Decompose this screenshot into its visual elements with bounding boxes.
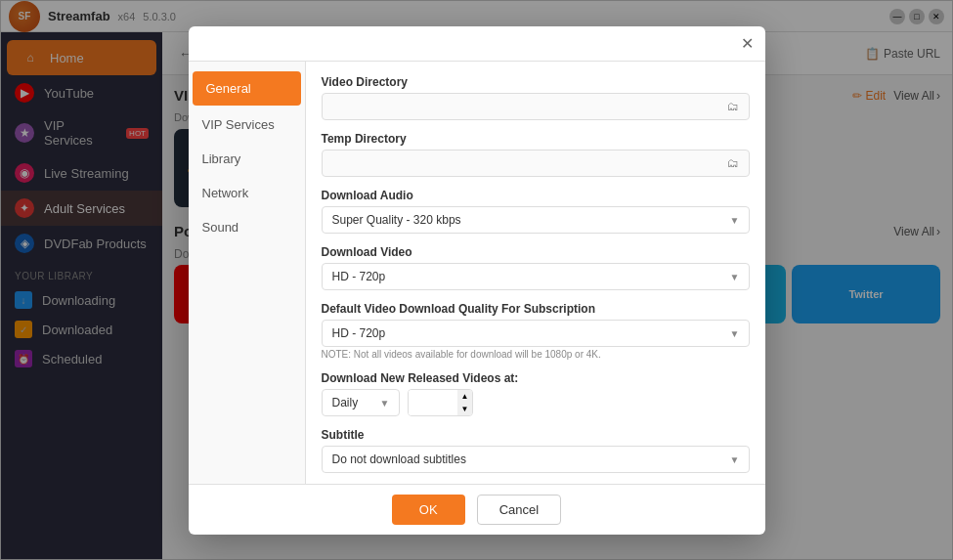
modal-nav-network[interactable]: Network xyxy=(189,176,305,210)
default-quality-select-wrapper: HD - 720p ▼ xyxy=(322,320,750,347)
download-audio-select[interactable]: Super Quality - 320 kbps xyxy=(322,206,750,234)
download-new-group: Download New Released Videos at: Daily ▼… xyxy=(322,371,750,416)
modal-nav-vip[interactable]: VIP Services xyxy=(189,108,305,142)
settings-modal: ✕ General VIP Services Library Network S… xyxy=(189,26,765,535)
subtitle-label: Subtitle xyxy=(322,428,750,442)
cancel-button[interactable]: Cancel xyxy=(477,495,561,525)
modal-overlay: ✕ General VIP Services Library Network S… xyxy=(0,0,953,560)
frequency-select[interactable]: Daily xyxy=(322,389,400,416)
time-spin: ▲ ▼ xyxy=(457,390,473,415)
video-directory-input-wrapper[interactable]: C:\Users\luyin\Videos 🗂 xyxy=(322,93,750,120)
temp-directory-group: Temp Directory E:/streamfab output 🗂 xyxy=(322,132,750,177)
download-audio-select-wrapper: Super Quality - 320 kbps ▼ xyxy=(322,206,750,234)
download-audio-label: Download Audio xyxy=(322,189,750,202)
download-video-select-wrapper: HD - 720p ▼ xyxy=(322,263,750,290)
download-video-group: Download Video HD - 720p ▼ xyxy=(322,245,750,290)
video-directory-input[interactable]: C:\Users\luyin\Videos xyxy=(332,100,727,113)
download-video-select[interactable]: HD - 720p xyxy=(322,263,750,290)
subtitle-select[interactable]: Do not download subtitles xyxy=(322,446,750,473)
folder-browse-icon[interactable]: 🗂 xyxy=(727,100,739,113)
modal-footer: OK Cancel xyxy=(189,484,765,535)
temp-directory-label: Temp Directory xyxy=(322,132,750,146)
ok-button[interactable]: OK xyxy=(392,495,465,525)
download-audio-group: Download Audio Super Quality - 320 kbps … xyxy=(322,189,750,234)
frequency-select-wrapper: Daily ▼ xyxy=(322,389,400,416)
time-down-button[interactable]: ▼ xyxy=(457,403,473,415)
modal-nav-sound[interactable]: Sound xyxy=(189,210,305,244)
time-input-wrapper: 0:00 ▲ ▼ xyxy=(408,389,474,416)
download-video-label: Download Video xyxy=(322,245,750,259)
download-new-label: Download New Released Videos at: xyxy=(322,371,750,385)
time-input[interactable]: 0:00 xyxy=(409,390,457,415)
default-quality-group: Default Video Download Quality For Subsc… xyxy=(322,302,750,360)
modal-form-content: Video Directory C:\Users\luyin\Videos 🗂 … xyxy=(306,62,765,484)
default-quality-label: Default Video Download Quality For Subsc… xyxy=(322,302,750,316)
modal-nav-library[interactable]: Library xyxy=(189,142,305,176)
modal-close-button[interactable]: ✕ xyxy=(741,34,754,53)
subtitle-select-wrapper: Do not download subtitles ▼ xyxy=(322,446,750,473)
temp-directory-input[interactable]: E:/streamfab output xyxy=(332,156,727,170)
time-row: Daily ▼ 0:00 ▲ ▼ xyxy=(322,389,750,416)
modal-header: ✕ xyxy=(189,26,765,62)
temp-folder-browse-icon[interactable]: 🗂 xyxy=(727,156,739,170)
video-directory-label: Video Directory xyxy=(322,75,750,89)
modal-nav-general[interactable]: General xyxy=(193,71,301,106)
video-directory-group: Video Directory C:\Users\luyin\Videos 🗂 xyxy=(322,75,750,120)
subtitle-group: Subtitle Do not download subtitles ▼ xyxy=(322,428,750,473)
modal-body: General VIP Services Library Network Sou… xyxy=(189,62,765,484)
modal-sidebar: General VIP Services Library Network Sou… xyxy=(189,62,306,484)
quality-note: NOTE: Not all videos available for downl… xyxy=(322,349,750,360)
time-up-button[interactable]: ▲ xyxy=(457,390,473,403)
default-quality-select[interactable]: HD - 720p xyxy=(322,320,750,347)
temp-directory-input-wrapper[interactable]: E:/streamfab output 🗂 xyxy=(322,150,750,177)
